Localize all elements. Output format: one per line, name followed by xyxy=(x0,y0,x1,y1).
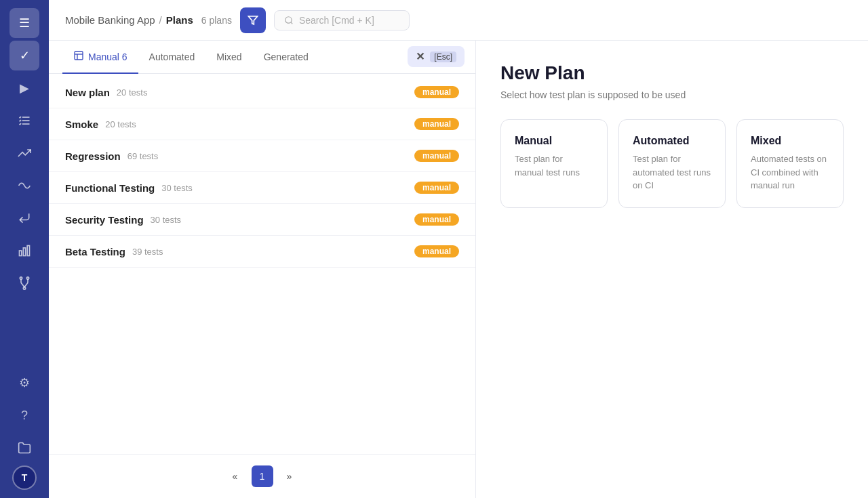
plan-name: Security Testing xyxy=(65,214,144,226)
manual-plan-card[interactable]: Manual Test plan for manual test runs xyxy=(500,119,608,208)
next-page-button[interactable]: » xyxy=(279,465,300,487)
new-plan-title: New Plan xyxy=(500,62,844,84)
svg-line-15 xyxy=(291,22,293,24)
svg-rect-5 xyxy=(27,246,29,256)
chart-up-icon[interactable] xyxy=(9,138,39,168)
plan-type-badge: manual xyxy=(414,213,459,226)
plan-name: Beta Testing xyxy=(65,246,125,257)
automated-plan-card[interactable]: Automated Test plan for automated test r… xyxy=(618,119,726,208)
svg-point-14 xyxy=(285,16,292,22)
plans-count: 6 plans xyxy=(201,15,232,26)
breadcrumb: Mobile Banking App / Plans xyxy=(65,14,193,26)
menu-icon[interactable]: ☰ xyxy=(9,8,39,38)
plan-type-badge: manual xyxy=(414,150,459,162)
plan-tests-count: 39 tests xyxy=(132,247,163,257)
prev-page-button[interactable]: « xyxy=(224,465,246,487)
svg-point-8 xyxy=(23,287,25,289)
tab-manual-icon xyxy=(73,50,84,63)
tab-manual[interactable]: Manual 6 xyxy=(62,41,138,74)
mixed-plan-card[interactable]: Mixed Automated tests on CI combined wit… xyxy=(736,119,844,208)
plan-name: New plan xyxy=(65,87,110,98)
header: Mobile Banking App / Plans 6 plans Searc… xyxy=(49,0,868,41)
manual-card-title: Manual xyxy=(515,135,593,147)
search-icon xyxy=(284,16,294,25)
tab-automated[interactable]: Automated xyxy=(138,42,206,73)
user-avatar[interactable]: T xyxy=(12,465,37,490)
tab-generated-label: Generated xyxy=(264,51,309,62)
tab-mixed-label: Mixed xyxy=(216,51,241,62)
wave-icon[interactable] xyxy=(9,171,39,201)
svg-point-7 xyxy=(26,277,28,279)
plan-type-badge: manual xyxy=(414,86,459,98)
main-area: Mobile Banking App / Plans 6 plans Searc… xyxy=(49,0,868,498)
plan-type-badge: manual xyxy=(414,245,459,257)
table-row[interactable]: Regression 69 tests manual xyxy=(49,140,475,172)
table-row[interactable]: Security Testing 30 tests manual xyxy=(49,204,475,236)
play-icon[interactable]: ▶ xyxy=(9,73,39,103)
tabs-bar: Manual 6 Automated Mixed Generated ✕ [Es… xyxy=(49,41,475,74)
help-icon[interactable]: ? xyxy=(9,400,39,430)
left-panel: Manual 6 Automated Mixed Generated ✕ [Es… xyxy=(49,41,476,498)
plan-type-badge: manual xyxy=(414,118,459,130)
right-panel: New Plan Select how test plan is suppose… xyxy=(476,41,868,498)
pagination: « 1 » xyxy=(49,454,475,498)
plan-list: New plan 20 tests manual Smoke 20 tests … xyxy=(49,74,475,454)
close-popup[interactable]: ✕ [Esc] xyxy=(408,46,465,67)
plan-type-badge: manual xyxy=(414,182,459,194)
new-plan-subtitle: Select how test plan is supposed to be u… xyxy=(500,89,844,100)
automated-card-desc: Test plan for automated test runs on CI xyxy=(633,152,711,192)
mixed-card-title: Mixed xyxy=(751,135,829,147)
svg-line-11 xyxy=(21,283,24,287)
plan-tests-count: 20 tests xyxy=(117,87,148,98)
plan-tests-count: 69 tests xyxy=(127,151,159,161)
plan-tests-count: 20 tests xyxy=(105,119,136,129)
fork-icon[interactable] xyxy=(9,268,39,298)
sidebar: ☰ ✓ ▶ ⚙ ? xyxy=(0,0,49,498)
esc-badge: [Esc] xyxy=(430,51,456,62)
svg-rect-3 xyxy=(20,251,22,256)
table-row[interactable]: Smoke 20 tests manual xyxy=(49,108,475,140)
table-row[interactable]: New plan 20 tests manual xyxy=(49,77,475,108)
plan-name: Regression xyxy=(65,150,121,162)
page-title: Plans xyxy=(166,14,193,26)
search-placeholder: Search [Cmd + K] xyxy=(299,15,374,26)
filter-button[interactable] xyxy=(240,7,266,33)
list-check-icon[interactable] xyxy=(9,106,39,136)
tab-automated-label: Automated xyxy=(149,51,195,62)
table-row[interactable]: Beta Testing 39 tests manual xyxy=(49,236,475,268)
bar-chart-icon[interactable] xyxy=(9,236,39,266)
mixed-card-desc: Automated tests on CI combined with manu… xyxy=(751,152,829,192)
table-row[interactable]: Functional Testing 30 tests manual xyxy=(49,172,475,204)
plan-tests-count: 30 tests xyxy=(151,215,182,225)
manual-card-desc: Test plan for manual test runs xyxy=(515,152,593,179)
tab-manual-label: Manual 6 xyxy=(88,51,127,62)
svg-point-6 xyxy=(20,277,22,279)
tab-mixed[interactable]: Mixed xyxy=(205,42,252,73)
svg-rect-16 xyxy=(75,51,83,60)
breadcrumb-separator: / xyxy=(159,14,162,26)
close-icon: ✕ xyxy=(416,50,425,63)
page-1-button[interactable]: 1 xyxy=(252,465,273,487)
plan-type-cards: Manual Test plan for manual test runs Au… xyxy=(500,119,844,208)
svg-line-12 xyxy=(24,283,28,287)
settings-icon[interactable]: ⚙ xyxy=(9,368,39,398)
check-icon[interactable]: ✓ xyxy=(9,41,39,70)
search-input[interactable]: Search [Cmd + K] xyxy=(274,10,410,30)
folder-icon[interactable] xyxy=(9,433,39,463)
import-icon[interactable] xyxy=(9,203,39,233)
tab-generated[interactable]: Generated xyxy=(253,42,319,73)
plan-tests-count: 30 tests xyxy=(161,183,193,193)
plan-name: Smoke xyxy=(65,119,98,130)
automated-card-title: Automated xyxy=(633,135,711,147)
svg-rect-4 xyxy=(23,248,25,256)
svg-marker-13 xyxy=(248,16,257,24)
plan-name: Functional Testing xyxy=(65,182,155,194)
content-split: Manual 6 Automated Mixed Generated ✕ [Es… xyxy=(49,41,868,498)
app-name[interactable]: Mobile Banking App xyxy=(65,14,155,26)
